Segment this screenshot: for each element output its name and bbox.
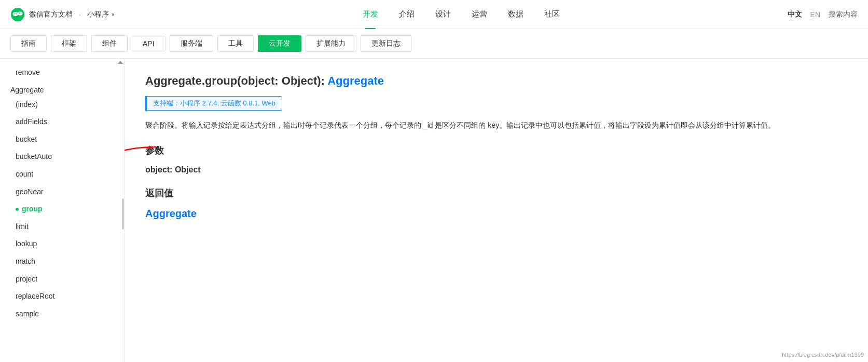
- wechat-icon: [10, 7, 25, 22]
- nav-item-data[interactable]: 数据: [498, 0, 534, 29]
- svg-point-5: [19, 12, 20, 14]
- description-text: 聚合阶段。将输入记录按给定表达式分组，输出时每个记录代表一个分组，每个记录的 _…: [145, 119, 847, 132]
- page-title: Aggregate.group(object: Object): Aggrega…: [145, 74, 847, 88]
- sidebar-item-bucket[interactable]: bucket: [0, 131, 124, 149]
- nav-item-ops[interactable]: 运营: [461, 0, 498, 29]
- title-call: group(object: Object):: [205, 74, 327, 87]
- footer-link: https://blog.csdn.dev/p/diim1999: [782, 352, 864, 358]
- param-object-title: object: Object: [145, 165, 847, 175]
- title-method: Aggregate.: [145, 74, 205, 87]
- scroll-thumb[interactable]: [122, 198, 124, 230]
- sidebar-item-addfields[interactable]: addFields: [0, 113, 124, 131]
- sidebar-item-lookup[interactable]: lookup: [0, 235, 124, 253]
- sidebar-item-remove[interactable]: remove: [0, 64, 124, 82]
- nav-right: 中文 EN 搜索内容: [788, 10, 858, 19]
- logo-area: 微信官方文档 · 小程序 ∨: [10, 7, 115, 22]
- scroll-up-arrow[interactable]: [118, 61, 123, 64]
- sidebar: remove Aggregate (index) addFields bucke…: [0, 59, 125, 362]
- sub-nav-guide[interactable]: 指南: [10, 35, 47, 52]
- sub-nav: 指南 框架 组件 API 服务端 工具 云开发 扩展能力 更新日志: [0, 29, 868, 59]
- chevron-down-icon: ∨: [111, 11, 115, 17]
- lang-en-button[interactable]: EN: [810, 10, 820, 19]
- title-type: Aggregate: [327, 74, 384, 87]
- return-type-value: Aggregate: [145, 208, 847, 220]
- sidebar-item-geonear[interactable]: geoNear: [0, 183, 124, 201]
- sub-nav-extend[interactable]: 扩展能力: [306, 35, 356, 52]
- sidebar-item-sample[interactable]: sample: [0, 305, 124, 323]
- svg-point-2: [18, 11, 23, 15]
- sub-nav-server[interactable]: 服务端: [170, 35, 213, 52]
- sub-nav-components[interactable]: 组件: [91, 35, 128, 52]
- logo-dot: ·: [79, 10, 81, 19]
- svg-point-6: [21, 12, 22, 14]
- section-params-title: 参数: [145, 144, 847, 157]
- sidebar-item-project[interactable]: project: [0, 271, 124, 288]
- sidebar-item-replaceroot[interactable]: replaceRoot: [0, 288, 124, 305]
- nav-item-community[interactable]: 社区: [534, 0, 570, 29]
- nav-item-dev[interactable]: 开发: [352, 0, 389, 29]
- logo-text: 微信官方文档: [29, 10, 73, 19]
- main-content: Aggregate.group(object: Object): Aggrega…: [125, 59, 868, 362]
- svg-point-1: [13, 12, 19, 16]
- support-badge: 支持端：小程序 2.7.4, 云函数 0.8.1, Web: [145, 96, 282, 111]
- search-button[interactable]: 搜索内容: [829, 10, 858, 19]
- sidebar-item-bucketauto[interactable]: bucketAuto: [0, 148, 124, 166]
- logo-program[interactable]: 小程序 ∨: [87, 10, 115, 19]
- active-dot-icon: [16, 208, 19, 211]
- sidebar-group-aggregate: Aggregate: [0, 82, 124, 96]
- sidebar-item-group[interactable]: group: [0, 200, 124, 218]
- sidebar-item-limit[interactable]: limit: [0, 218, 124, 236]
- sidebar-item-match[interactable]: match: [0, 253, 124, 271]
- nav-item-intro[interactable]: 介绍: [389, 0, 425, 29]
- section-return-title: 返回值: [145, 187, 847, 199]
- svg-point-3: [15, 13, 16, 14]
- top-nav: 微信官方文档 · 小程序 ∨ 开发 介绍 设计 运营 数据 社区 中文 EN 搜…: [0, 0, 868, 29]
- sidebar-item-count[interactable]: count: [0, 166, 124, 183]
- sub-nav-framework[interactable]: 框架: [51, 35, 87, 52]
- sub-nav-cloud[interactable]: 云开发: [258, 35, 301, 52]
- sub-nav-tools[interactable]: 工具: [217, 35, 254, 52]
- svg-point-4: [16, 13, 17, 14]
- sub-nav-api[interactable]: API: [132, 36, 166, 51]
- sub-nav-changelog[interactable]: 更新日志: [361, 35, 411, 52]
- nav-item-design[interactable]: 设计: [425, 0, 461, 29]
- main-nav: 开发 介绍 设计 运营 数据 社区: [135, 0, 788, 29]
- sidebar-item-index[interactable]: (index): [0, 96, 124, 114]
- lang-zh-button[interactable]: 中文: [788, 10, 802, 19]
- content-area: remove Aggregate (index) addFields bucke…: [0, 59, 868, 362]
